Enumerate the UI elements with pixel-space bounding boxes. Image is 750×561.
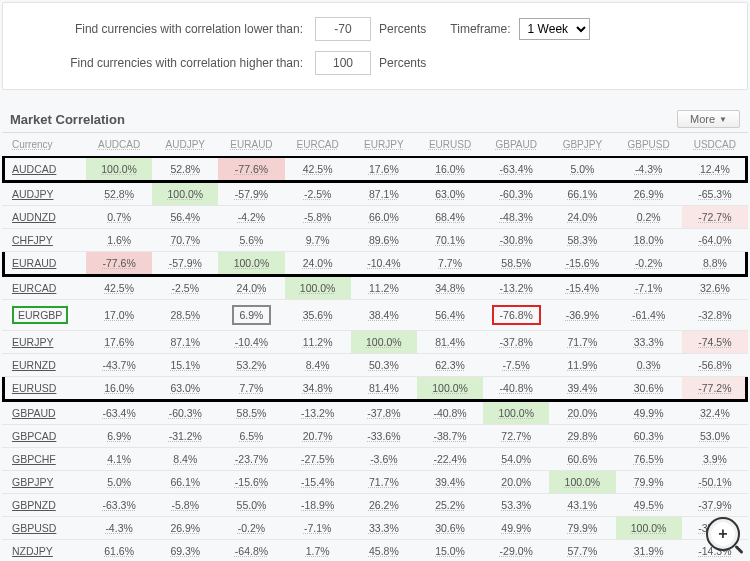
symbol-cell[interactable]: AUDNZD <box>2 206 86 229</box>
corr-cell[interactable]: 29.8% <box>549 425 615 448</box>
corr-cell[interactable]: -32.8% <box>682 300 748 331</box>
higher-than-input[interactable] <box>315 51 371 75</box>
corr-cell[interactable]: 66.1% <box>549 182 615 206</box>
symbol-cell[interactable]: EURGBP <box>2 300 86 331</box>
corr-cell[interactable]: 66.1% <box>152 471 218 494</box>
symbol-cell[interactable]: GBPAUD <box>2 401 86 425</box>
corr-cell[interactable]: -7.1% <box>616 276 682 300</box>
corr-cell[interactable]: -15.6% <box>549 252 615 276</box>
corr-cell[interactable]: -5.8% <box>152 494 218 517</box>
corr-cell[interactable]: 20.0% <box>483 471 549 494</box>
col-header-gbpjpy[interactable]: GBPJPY <box>549 133 615 157</box>
col-header-eurcad[interactable]: EURCAD <box>285 133 351 157</box>
corr-cell[interactable]: 20.7% <box>285 425 351 448</box>
corr-cell[interactable]: -38.7% <box>417 425 483 448</box>
corr-cell[interactable]: -74.5% <box>682 331 748 354</box>
corr-cell[interactable]: 5.6% <box>218 229 284 252</box>
corr-cell[interactable]: 8.4% <box>285 354 351 377</box>
col-header-euraud[interactable]: EURAUD <box>218 133 284 157</box>
corr-cell[interactable]: 24.0% <box>218 276 284 300</box>
corr-cell[interactable]: -40.8% <box>483 377 549 401</box>
corr-cell[interactable]: 6.9% <box>218 300 284 331</box>
corr-cell[interactable]: 60.3% <box>616 425 682 448</box>
corr-cell[interactable]: -2.5% <box>285 182 351 206</box>
corr-cell[interactable]: 33.3% <box>351 517 417 540</box>
corr-cell[interactable]: -64.8% <box>218 540 284 562</box>
symbol-cell[interactable]: CHFJPY <box>2 229 86 252</box>
corr-cell[interactable]: 79.9% <box>616 471 682 494</box>
corr-cell[interactable]: 18.0% <box>616 229 682 252</box>
corr-cell[interactable]: 31.9% <box>616 540 682 562</box>
corr-cell[interactable]: 30.6% <box>616 377 682 401</box>
corr-cell[interactable]: -13.2% <box>285 401 351 425</box>
corr-cell[interactable]: 57.7% <box>549 540 615 562</box>
corr-cell[interactable]: 49.9% <box>616 401 682 425</box>
corr-cell[interactable]: -57.9% <box>218 182 284 206</box>
corr-cell[interactable]: -65.3% <box>682 182 748 206</box>
corr-cell[interactable]: 28.5% <box>152 300 218 331</box>
corr-cell[interactable]: -77.6% <box>86 252 152 276</box>
symbol-cell[interactable]: EURUSD <box>2 377 86 401</box>
corr-cell[interactable]: -22.4% <box>417 448 483 471</box>
symbol-cell[interactable]: GBPCAD <box>2 425 86 448</box>
corr-cell[interactable]: 3.9% <box>682 448 748 471</box>
corr-cell[interactable]: -33.6% <box>351 425 417 448</box>
corr-cell[interactable]: -13.2% <box>483 276 549 300</box>
corr-cell[interactable]: 52.8% <box>152 157 218 182</box>
corr-cell[interactable]: 15.1% <box>152 354 218 377</box>
corr-cell[interactable]: 52.8% <box>86 182 152 206</box>
col-header-audjpy[interactable]: AUDJPY <box>152 133 218 157</box>
corr-cell[interactable]: 0.3% <box>616 354 682 377</box>
corr-cell[interactable]: -10.4% <box>351 252 417 276</box>
col-header-gbpaud[interactable]: GBPAUD <box>483 133 549 157</box>
corr-cell[interactable]: -63.4% <box>86 401 152 425</box>
corr-cell[interactable]: -37.8% <box>351 401 417 425</box>
corr-cell[interactable]: 63.0% <box>417 182 483 206</box>
corr-cell[interactable]: 81.4% <box>351 377 417 401</box>
corr-cell[interactable]: 17.6% <box>351 157 417 182</box>
corr-cell[interactable]: -76.8% <box>483 300 549 331</box>
corr-cell[interactable]: -27.5% <box>285 448 351 471</box>
corr-cell[interactable]: 24.0% <box>549 206 615 229</box>
corr-cell[interactable]: 16.0% <box>417 157 483 182</box>
corr-cell[interactable]: 7.7% <box>417 252 483 276</box>
corr-cell[interactable]: 89.6% <box>351 229 417 252</box>
corr-cell[interactable]: 43.1% <box>549 494 615 517</box>
corr-cell[interactable]: -4.3% <box>86 517 152 540</box>
corr-cell[interactable]: -15.4% <box>285 471 351 494</box>
col-header-gbpusd[interactable]: GBPUSD <box>616 133 682 157</box>
corr-cell[interactable]: 35.6% <box>285 300 351 331</box>
corr-cell[interactable]: 62.3% <box>417 354 483 377</box>
corr-cell[interactable]: 32.4% <box>682 401 748 425</box>
corr-cell[interactable]: 55.0% <box>218 494 284 517</box>
corr-cell[interactable]: 66.0% <box>351 206 417 229</box>
corr-cell[interactable]: 100.0% <box>616 517 682 540</box>
corr-cell[interactable]: 69.3% <box>152 540 218 562</box>
corr-cell[interactable]: 58.5% <box>483 252 549 276</box>
corr-cell[interactable]: 25.2% <box>417 494 483 517</box>
corr-cell[interactable]: 70.7% <box>152 229 218 252</box>
corr-cell[interactable]: 56.4% <box>417 300 483 331</box>
corr-cell[interactable]: -56.8% <box>682 354 748 377</box>
corr-cell[interactable]: -30.8% <box>483 229 549 252</box>
corr-cell[interactable]: 61.6% <box>86 540 152 562</box>
corr-cell[interactable]: 34.8% <box>285 377 351 401</box>
corr-cell[interactable]: -7.5% <box>483 354 549 377</box>
corr-cell[interactable]: 60.6% <box>549 448 615 471</box>
symbol-cell[interactable]: GBPCHF <box>2 448 86 471</box>
corr-cell[interactable]: -60.3% <box>483 182 549 206</box>
corr-cell[interactable]: 56.4% <box>152 206 218 229</box>
corr-cell[interactable]: 42.5% <box>285 157 351 182</box>
corr-cell[interactable]: 24.0% <box>285 252 351 276</box>
corr-cell[interactable]: -18.9% <box>285 494 351 517</box>
corr-cell[interactable]: 100.0% <box>483 401 549 425</box>
corr-cell[interactable]: -10.4% <box>218 331 284 354</box>
corr-cell[interactable]: 26.2% <box>351 494 417 517</box>
col-header-eurusd[interactable]: EURUSD <box>417 133 483 157</box>
symbol-cell[interactable]: NZDJPY <box>2 540 86 562</box>
corr-cell[interactable]: 72.7% <box>483 425 549 448</box>
corr-cell[interactable]: 42.5% <box>86 276 152 300</box>
corr-cell[interactable]: 20.0% <box>549 401 615 425</box>
corr-cell[interactable]: 45.8% <box>351 540 417 562</box>
corr-cell[interactable]: -77.6% <box>218 157 284 182</box>
